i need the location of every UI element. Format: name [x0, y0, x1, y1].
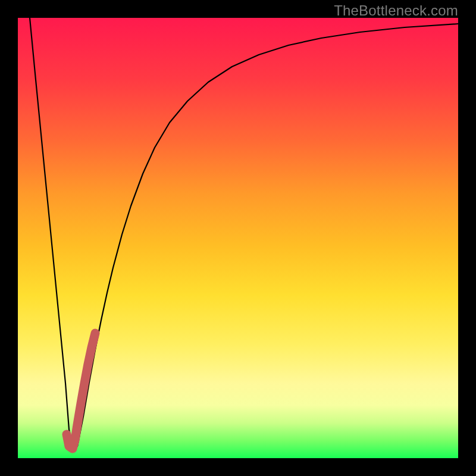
bottleneck-curve: [30, 18, 458, 449]
attribution-text: TheBottleneck.com: [334, 2, 458, 19]
curve-layer: [18, 18, 458, 458]
chart-frame: TheBottleneck.com: [0, 0, 476, 476]
plot-area: [18, 18, 458, 458]
